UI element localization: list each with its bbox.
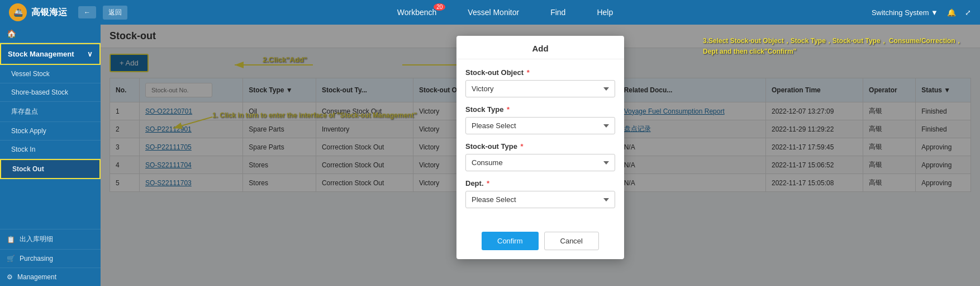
nav-right: Switching System ▼ 🔔 ⤢ bbox=[872, 8, 971, 17]
cancel-button[interactable]: Cancel bbox=[544, 232, 599, 250]
top-navigation: 🚢 高银海运 ← 返回 Workbench 20 Vessel Monitor … bbox=[0, 0, 980, 25]
nav-vessel-monitor[interactable]: Vessel Monitor bbox=[463, 6, 524, 19]
nav-menu: Workbench 20 Vessel Monitor Find Help bbox=[139, 6, 872, 19]
sidebar-item-purchasing[interactable]: 🛒 Purchasing bbox=[0, 249, 101, 268]
select-stock-type[interactable]: Please Select Oil Spare Parts Stores bbox=[465, 117, 615, 134]
sidebar-item-vessel-stock[interactable]: Vessel Stock bbox=[0, 65, 101, 83]
sidebar-item-stock-in[interactable]: Stock In bbox=[0, 140, 101, 159]
bell-icon[interactable]: 🔔 bbox=[947, 8, 956, 17]
switch-system[interactable]: Switching System ▼ bbox=[872, 8, 938, 17]
form-group-stock-type: Stock Type * Please Select Oil Spare Par… bbox=[465, 105, 615, 134]
sidebar-item-management[interactable]: ⚙ Management bbox=[0, 268, 101, 286]
logo-icon: 🚢 bbox=[9, 3, 27, 21]
select-stock-out-object[interactable]: Victory bbox=[465, 80, 615, 97]
export-icon: 📋 bbox=[7, 236, 15, 243]
app-name: 高银海运 bbox=[31, 7, 67, 18]
cart-icon: 🛒 bbox=[7, 255, 15, 262]
back-button[interactable]: ← bbox=[78, 6, 96, 18]
nav-help[interactable]: Help bbox=[592, 6, 617, 19]
select-dept[interactable]: Please Select Engine Dept. Deck Dept. bbox=[465, 191, 615, 208]
modal-overlay: Add Stock-out Object * Victory Stock Typ… bbox=[101, 25, 980, 286]
sidebar-item-inventory[interactable]: 库存盘点 bbox=[0, 102, 101, 122]
form-group-dept: Dept. * Please Select Engine Dept. Deck … bbox=[465, 179, 615, 208]
sidebar-item-stock-apply[interactable]: Stock Apply bbox=[0, 122, 101, 140]
select-stock-out-type[interactable]: Consume Inventory Correction Stock Out bbox=[465, 154, 615, 171]
required-marker-4: * bbox=[485, 179, 490, 187]
home-icon: 🏠 bbox=[7, 29, 16, 38]
nav-find[interactable]: Find bbox=[546, 6, 570, 19]
label-stock-out-type: Stock-out Type * bbox=[465, 142, 615, 151]
modal-footer: Confirm Cancel bbox=[456, 225, 624, 259]
sidebar-home[interactable]: 🏠 bbox=[0, 25, 101, 43]
home-button[interactable]: 返回 bbox=[103, 6, 127, 20]
sidebar-item-stock-out[interactable]: Stock Out bbox=[0, 159, 101, 179]
nav-actions: ← 返回 bbox=[78, 6, 127, 20]
required-marker: * bbox=[525, 68, 530, 77]
label-stock-out-object: Stock-out Object * bbox=[465, 68, 615, 77]
sidebar: 🏠 Stock Management ∨ Vessel Stock Shore-… bbox=[0, 25, 101, 286]
label-dept: Dept. * bbox=[465, 179, 615, 187]
required-marker-2: * bbox=[505, 105, 510, 114]
add-modal: Add Stock-out Object * Victory Stock Typ… bbox=[456, 36, 624, 259]
app-logo: 🚢 高银海运 bbox=[9, 3, 67, 21]
sidebar-item-shore-stock[interactable]: Shore-based Stock bbox=[0, 83, 101, 102]
sidebar-bottom: 📋 出入库明细 🛒 Purchasing ⚙ Management bbox=[0, 229, 101, 286]
workbench-badge: 20 bbox=[434, 3, 445, 11]
sidebar-item-export[interactable]: 📋 出入库明细 bbox=[0, 229, 101, 249]
expand-icon[interactable]: ⤢ bbox=[965, 8, 971, 17]
confirm-button[interactable]: Confirm bbox=[482, 232, 539, 250]
annotation-step3: 3.Select Stock-out Object，Stock Type，Sto… bbox=[703, 36, 971, 57]
main-layout: 🏠 Stock Management ∨ Vessel Stock Shore-… bbox=[0, 25, 980, 286]
sidebar-stock-management[interactable]: Stock Management ∨ bbox=[0, 43, 101, 65]
form-group-stock-out-type: Stock-out Type * Consume Inventory Corre… bbox=[465, 142, 615, 171]
form-group-stock-out-object: Stock-out Object * Victory bbox=[465, 68, 615, 97]
required-marker-3: * bbox=[518, 142, 524, 151]
management-icon: ⚙ bbox=[7, 273, 13, 281]
chevron-down-icon: ∨ bbox=[87, 50, 93, 58]
content-area: Stock-out + Add No. Stock Type ▼ Stock-o… bbox=[101, 25, 980, 286]
label-stock-type: Stock Type * bbox=[465, 105, 615, 114]
modal-title: Add bbox=[456, 36, 624, 59]
sidebar-section-label: Stock Management bbox=[8, 50, 74, 58]
modal-body: Stock-out Object * Victory Stock Type * … bbox=[456, 59, 624, 225]
nav-workbench[interactable]: Workbench 20 bbox=[393, 6, 441, 19]
